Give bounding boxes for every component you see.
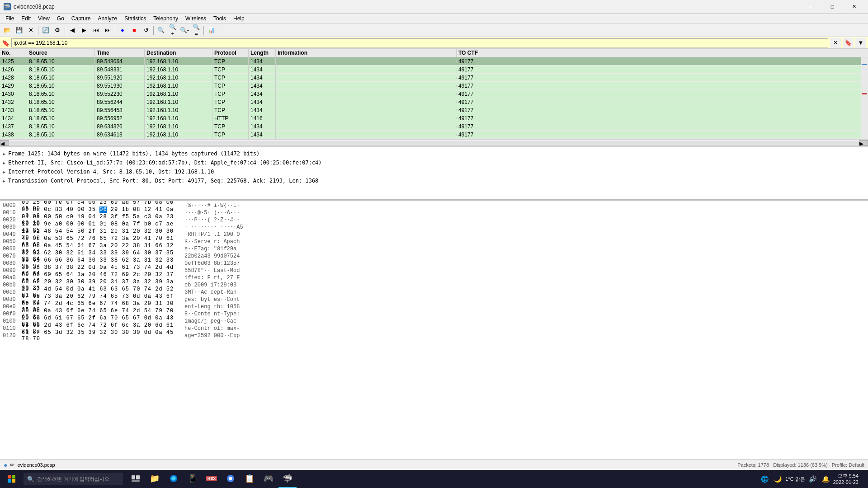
filter-clear-button[interactable]: ✕ [830,38,841,48]
taskbar-app6[interactable]: 📋 [241,470,259,488]
title-bar-left: 🦈 evidence03.pcap [4,3,55,10]
detail-row[interactable]: ▶ Internet Protocol Version 4, Src: 8.18… [0,167,868,176]
table-row[interactable]: 1429 8.18.65.10 89.551930 192.168.1.10 T… [0,82,868,90]
close-capture-button[interactable]: ✕ [25,25,36,36]
hex-ascii: 8··Conte nt-Type: [184,311,865,317]
filter-bookmark-button[interactable]: 🔖 [843,38,854,48]
taskbar-chrome[interactable] [222,470,240,488]
cell-source: 8.18.65.10 [27,122,95,131]
detail-row[interactable]: ▶ Transmission Control Protocol, Src Por… [0,176,868,185]
go-first-button[interactable]: ⏮ [90,25,101,36]
title-bar: 🦈 evidence03.pcap ─ □ ✕ [0,0,868,14]
table-row[interactable]: 1438 8.18.65.10 89.634613 192.168.1.10 T… [0,131,868,139]
main-content: No. Source Time Destination Protocol Len… [0,49,868,459]
go-forward-button[interactable]: ▶ [79,25,90,36]
taskbar-phone-link[interactable]: 📱 [184,470,202,488]
taskbar-task-view[interactable] [127,470,145,488]
packet-list-scrollbar[interactable] [861,57,868,139]
hex-row: 0120 61 67 65 3d 32 35 39 32 30 30 30 0d… [0,332,868,339]
table-row[interactable]: 1437 8.18.65.10 89.634326 192.168.1.10 T… [0,122,868,131]
cell-ctf: 49177 [457,122,502,131]
table-row[interactable]: 1428 8.18.65.10 89.551920 192.168.1.10 T… [0,74,868,82]
taskbar-hex-editor[interactable]: HEX [203,470,221,488]
open-button[interactable]: 📂 [2,25,13,36]
zoom-reset-button[interactable]: 🔍= [191,25,202,36]
zoom-out-button[interactable]: 🔍- [179,25,190,36]
capture-options-button[interactable]: ⚙ [52,25,63,36]
menu-tools[interactable]: Tools [210,14,230,23]
hscroll-right[interactable]: ▶ [859,140,868,145]
cell-no: 1428 [0,74,27,82]
filter-expand-button[interactable]: ▼ [855,38,866,48]
taskbar-xbox[interactable]: 🎮 [259,470,278,488]
go-back-button[interactable]: ◀ [67,25,78,36]
taskbar-sound-icon[interactable]: 🔊 [807,475,818,483]
hex-offset: 0070 [3,253,22,259]
taskbar-file-explorer[interactable]: 📁 [146,470,164,488]
cell-no: 1426 [0,66,27,74]
maximize-button[interactable]: □ [822,0,843,14]
table-row[interactable]: 1433 8.18.65.10 89.556458 192.168.1.10 T… [0,106,868,114]
filter-input[interactable] [11,38,828,47]
find-packet-button[interactable]: 🔍 [156,25,166,36]
hex-ascii: he-Contr ol: max- [184,325,865,332]
close-button[interactable]: ✕ [844,0,864,14]
hex-offset: 00a0 [3,275,22,281]
cell-proto: TCP [212,57,249,66]
menu-telephony[interactable]: Telephony [150,14,182,23]
taskbar-wireshark[interactable]: 🦈 [278,470,297,488]
save-button[interactable]: 💾 [14,25,24,36]
detail-row[interactable]: ▶ Ethernet II, Src: Cisco-Li_ad:57:7b (0… [0,158,868,167]
packet-list-hscrollbar[interactable]: ◀ ▶ [0,139,868,145]
menu-help[interactable]: Help [230,14,248,23]
table-row[interactable]: 1425 8.18.65.10 89.548064 192.168.1.10 T… [0,57,868,66]
toolbar-sep-4 [153,26,154,35]
start-button[interactable] [2,470,22,488]
menu-analyze[interactable]: Analyze [94,14,121,23]
windows-icon [8,475,16,483]
menu-capture[interactable]: Capture [68,14,94,23]
window-controls: ─ □ ✕ [800,0,864,14]
search-placeholder: 검색하려면 여기에 입력하십시오. [37,476,111,483]
table-row[interactable]: 1430 8.18.65.10 89.552230 192.168.1.10 T… [0,90,868,98]
menu-file[interactable]: File [2,14,18,23]
menu-edit[interactable]: Edit [18,14,34,23]
table-row[interactable]: 1434 8.18.65.10 89.556952 192.168.1.10 H… [0,114,868,122]
menu-go[interactable]: Go [53,14,68,23]
hex-offset: 0110 [3,325,22,332]
status-displayed: Displayed: 1136 (63.9%) [773,462,827,468]
cell-dest: 192.168.1.10 [145,66,212,74]
detail-text: Transmission Control Protocol, Src Port:… [8,178,865,184]
restart-capture-button[interactable]: ↺ [141,25,151,36]
cell-dest: 192.168.1.10 [145,82,212,90]
minimize-button[interactable]: ─ [800,0,821,14]
cell-len: 1434 [249,82,276,90]
taskbar-weather-icon[interactable]: 🌙 [772,475,783,483]
taskbar-edge[interactable] [165,470,183,488]
zoom-in-button[interactable]: 🔍+ [167,25,178,36]
hex-ascii: ····@·5· )···A··· [184,210,865,216]
hex-offset: 0090 [3,267,22,274]
menu-statistics[interactable]: Statistics [121,14,150,23]
go-last-button[interactable]: ⏭ [102,25,113,36]
detail-row[interactable]: ▶ Frame 1425: 1434 bytes on wire (11472 … [0,149,868,158]
cell-dest: 192.168.1.10 [145,74,212,82]
table-row[interactable]: 1432 8.18.65.10 89.556244 192.168.1.10 T… [0,98,868,106]
menu-wireless[interactable]: Wireless [182,14,210,23]
system-clock[interactable]: 오후 9:54 2022-01-23 [833,473,859,485]
taskbar-search[interactable]: 🔍 검색하려면 여기에 입력하십시오. [24,473,123,485]
taskbar-notifications-icon[interactable]: 🔔 [820,475,831,483]
reload-button[interactable]: 🔄 [40,25,51,36]
taskbar-network-icon[interactable]: 🌐 [759,475,770,483]
cell-len: 1416 [249,114,276,122]
start-capture-button[interactable]: ● [117,25,128,36]
cell-proto: HTTP [212,114,249,122]
clock-time: 오후 9:54 [833,473,859,479]
io-graph-button[interactable]: 📊 [206,25,217,36]
menu-bar: File Edit View Go Capture Analyze Statis… [0,14,868,23]
menu-view[interactable]: View [34,14,53,23]
hscroll-left[interactable]: ◀ [0,140,9,145]
packet-list[interactable]: No. Source Time Destination Protocol Len… [0,49,868,139]
table-row[interactable]: 1426 8.18.65.10 89.548331 192.168.1.10 T… [0,66,868,74]
stop-capture-button[interactable]: ■ [129,25,140,36]
